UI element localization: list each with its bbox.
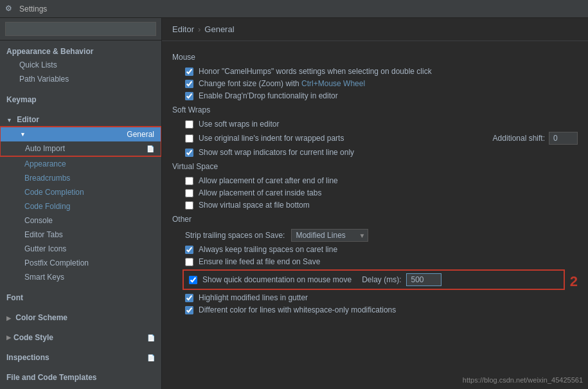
search-wrapper: 🔍 [5,22,156,36]
sidebar-item-code-completion[interactable]: Code Completion [0,185,161,199]
quick-doc-label: Show quick documentation on mouse move [202,275,352,284]
virtual-label-2: Show virtual space at file bottom [199,201,310,210]
keymap-label[interactable]: Keymap [0,91,161,106]
breadcrumb-separator: › [198,24,200,34]
sidebar-item-breadcrumbs[interactable]: Breadcrumbs [0,171,161,185]
other-item-4: Different color for lines with whitespac… [183,305,578,314]
font-label[interactable]: Font [0,289,161,304]
softwraps-item-0: Use soft wraps in editor [183,120,578,129]
color-scheme-section: ▶ Color Scheme [0,307,161,327]
sidebar-item-gutter-icons[interactable]: Gutter Icons [0,242,161,256]
virtual-space-section: Virtual Space Allow placement of caret a… [172,162,578,210]
content-area: Editor › General Mouse Honor "CamelHumps… [162,18,588,389]
mouse-label-0: Honor "CamelHumps" words settings when s… [199,67,432,76]
virtual-label-0: Allow placement of caret after end of li… [199,176,338,185]
sidebar-item-postfix-completion[interactable]: Postfix Completion [0,256,161,270]
font-section: Font [0,287,161,307]
sidebar-item-editor-tabs[interactable]: Editor Tabs [0,228,161,242]
editor-triangle-icon: ▼ [6,117,12,123]
title-text: Settings [19,5,47,14]
virtual-label-1: Allow placement of caret inside tabs [199,188,321,197]
color-scheme-triangle-icon: ▶ [6,315,11,321]
code-style-triangle-icon: ▶ [6,334,11,341]
sidebar-item-path-variables[interactable]: Path Variables [0,72,161,86]
other-checkbox-1[interactable] [185,258,193,266]
additional-shift-input[interactable] [549,132,578,145]
other-label-0: Always keep trailing spaces on caret lin… [199,245,337,254]
other-item-1: Ensure line feed at file end on Save [183,257,578,266]
sidebar: 🔍 Appearance & Behavior Quick Lists Path… [0,18,162,389]
mouse-items: Honor "CamelHumps" words settings when s… [172,67,578,100]
appearance-behavior-section: Appearance & Behavior Quick Lists Path V… [0,41,161,89]
virtual-space-items: Allow placement of caret after end of li… [172,176,578,210]
title-bar: ⚙ Settings [0,0,588,18]
quick-doc-checkbox[interactable] [189,276,197,284]
mouse-checkbox-2[interactable] [185,92,193,100]
file-code-templates-section: File and Code Templates [0,366,161,386]
breadcrumb-editor: Editor [172,24,194,34]
sidebar-item-console[interactable]: Console [0,213,161,228]
sidebar-item-appearance[interactable]: Appearance [0,157,161,171]
sidebar-item-quick-lists[interactable]: Quick Lists [0,58,161,72]
code-style-label[interactable]: ▶ Code Style 📄 [0,329,161,344]
code-style-section: ▶ Code Style 📄 [0,327,161,347]
mouse-item-1: Change font size (Zoom) with Ctrl+Mouse … [183,79,578,88]
other-label-1: Ensure line feed at file end on Save [199,257,320,266]
sidebar-item-general[interactable]: ▼ General [1,127,161,141]
search-input[interactable] [5,22,156,36]
mouse-item-2: Enable Drag'n'Drop functionality in edit… [183,91,578,100]
strip-label: Strip trailing spaces on Save: [185,231,285,240]
softwraps-checkbox-0[interactable] [185,120,193,129]
other-checkbox-0[interactable] [185,246,193,254]
softwraps-checkbox-2[interactable] [185,149,193,157]
additional-shift-label: Additional shift: [493,134,545,143]
sidebar-item-smart-keys[interactable]: Smart Keys [0,270,161,284]
softwraps-item-2: Show soft wrap indicators for current li… [183,148,578,157]
mouse-checkbox-0[interactable] [185,68,193,76]
other-checkbox-3[interactable] [185,294,193,302]
mouse-label-1: Change font size (Zoom) with Ctrl+Mouse … [199,79,365,88]
virtual-checkbox-0[interactable] [185,177,193,185]
mouse-checkbox-1[interactable] [185,80,193,88]
delay-label: Delay (ms): [362,275,401,284]
inspections-page-icon: 📄 [147,354,155,361]
annotation-2: 2 [570,273,578,290]
mouse-section-title: Mouse [172,53,578,62]
virtual-item-1: Allow placement of caret inside tabs [183,188,578,197]
other-checkbox-4[interactable] [185,306,193,314]
other-label-4: Different color for lines with whitespac… [199,305,396,314]
other-item-3: Highlight modified lines in gutter [183,293,578,302]
file-encodings-section: File Encodings [0,386,161,389]
mouse-section: Mouse Honor "CamelHumps" words settings … [172,53,578,100]
softwraps-label-1: Use original line's indent for wrapped p… [199,134,344,143]
softwraps-section: Soft Wraps Use soft wraps in editor Use … [172,105,578,157]
mouse-item-0: Honor "CamelHumps" words settings when s… [183,67,578,76]
virtual-checkbox-1[interactable] [185,189,193,197]
virtual-checkbox-2[interactable] [185,201,193,210]
color-scheme-label[interactable]: ▶ Color Scheme [0,309,161,324]
delay-input[interactable] [406,273,441,286]
settings-icon: ⚙ [5,4,15,14]
strip-select[interactable]: None All Modified Lines [291,229,368,242]
other-section: Other Strip trailing spaces on Save: Non… [172,215,578,314]
code-style-page-icon: 📄 [147,334,155,341]
sidebar-item-code-folding[interactable]: Code Folding [0,199,161,213]
file-code-templates-label[interactable]: File and Code Templates [0,369,161,384]
strip-trailing-row: Strip trailing spaces on Save: None All … [183,229,578,242]
other-item-0: Always keep trailing spaces on caret lin… [183,245,578,254]
page-icon: 📄 [147,145,154,152]
softwraps-title: Soft Wraps [172,105,578,114]
softwraps-label-2: Show soft wrap indicators for current li… [199,148,354,157]
virtual-space-title: Virtual Space [172,162,578,171]
editor-label[interactable]: ▼ Editor [0,111,161,126]
softwraps-item-1: Use original line's indent for wrapped p… [183,132,578,145]
inspections-label[interactable]: Inspections 📄 [0,349,161,364]
watermark: https://blog.csdn.net/weixin_45425561 [463,376,583,384]
sidebar-item-auto-import[interactable]: Auto Import 📄 [1,141,161,156]
softwraps-items: Use soft wraps in editor Use original li… [172,120,578,157]
general-triangle-icon: ▼ [20,131,26,138]
softwraps-checkbox-1[interactable] [185,134,193,143]
virtual-item-2: Show virtual space at file bottom [183,201,578,210]
appearance-behavior-label[interactable]: Appearance & Behavior [0,43,161,58]
softwraps-label-0: Use soft wraps in editor [199,120,279,129]
